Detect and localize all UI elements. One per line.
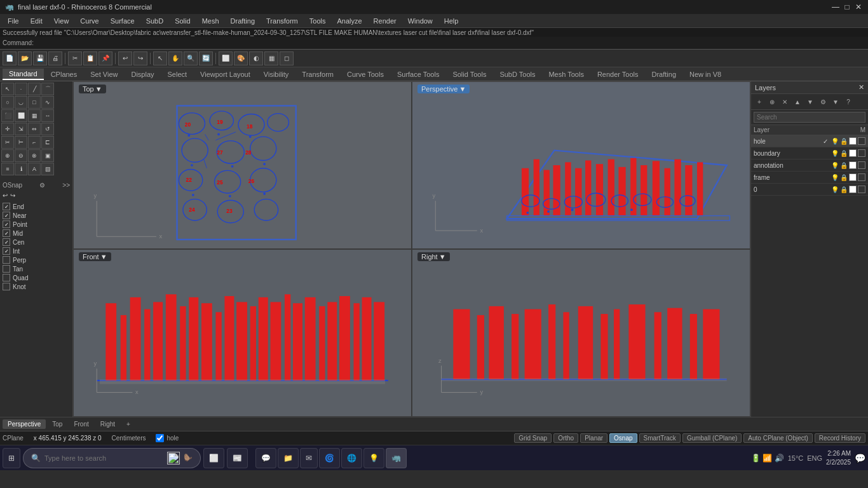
move-tool[interactable]: ✛ [1,123,14,135]
clock[interactable]: 2:26 AM 2/2/2025 [826,449,851,467]
pan-btn[interactable]: ✋ [168,51,182,65]
vscode-btn[interactable]: 💡 [363,448,384,468]
zoom-btn[interactable]: 🔍 [184,51,198,65]
osnap-quad-check[interactable] [3,274,10,281]
move-up-btn[interactable]: ▲ [792,96,803,107]
tab-cplanes[interactable]: CPlanes [44,69,84,79]
menu-item-surface[interactable]: Surface [105,16,140,26]
osnap-quad[interactable]: Quad [3,273,70,282]
menu-item-mesh[interactable]: Mesh [197,16,224,26]
menu-item-transform[interactable]: Transform [261,16,303,26]
status-btn-osnap[interactable]: Osnap [609,433,637,443]
osnap-tan-check[interactable] [3,265,10,273]
arc-tool[interactable]: ◡ [15,96,27,109]
layer-lock-hole[interactable]: 🔒 [840,138,848,145]
hatch-tool[interactable]: ▧ [41,163,54,175]
layer-help-btn[interactable]: ? [843,96,854,107]
paste-btn[interactable]: 📌 [98,51,112,65]
osnap-int-check[interactable]: ✓ [3,247,10,255]
menu-item-analyze[interactable]: Analyze [332,16,367,26]
status-btn-ortho[interactable]: Ortho [553,433,578,443]
select-btn[interactable]: ↖ [153,51,167,65]
polyline-tool[interactable]: ⌒ [41,83,54,95]
viewport-right-label[interactable]: Right ▼ [417,252,450,261]
chrome-btn[interactable]: 🌐 [341,448,362,468]
tab-viewport-layout[interactable]: Viewport Layout [194,69,257,79]
status-btn-planar[interactable]: Planar [580,433,607,443]
widgets-btn[interactable]: 📰 [227,448,248,468]
osnap-near-check[interactable]: ✓ [3,212,10,219]
status-btn-smarttrack[interactable]: SmartTrack [639,433,681,443]
layer-tool[interactable]: ≡ [1,163,14,175]
layer-color2-0[interactable] [858,186,865,193]
layer-lock-0[interactable]: 🔒 [840,186,848,193]
menu-item-file[interactable]: File [3,16,24,26]
layer-hole-checkbox[interactable] [156,434,164,442]
tab-render-tools[interactable]: Render Tools [591,69,645,79]
layer-row-0[interactable]: 0 💡 🔒 [751,184,868,196]
osnap-expand-icon[interactable]: >> [62,182,70,189]
split-tool[interactable]: ⊖ [15,149,27,162]
tab-display[interactable]: Display [125,69,160,79]
task-view-btn[interactable]: ⬜ [203,448,224,468]
layer-lock-boundary[interactable]: 🔒 [840,150,848,157]
layer-row-annotation[interactable]: annotation 💡 🔒 [751,159,868,172]
menu-item-drafting[interactable]: Drafting [226,16,261,26]
rotate-3d-tool[interactable]: ↺ [41,123,54,135]
layer-color-annotation[interactable] [849,161,857,169]
menu-item-solid[interactable]: Solid [170,16,195,26]
maximize-button[interactable]: □ [843,3,851,11]
open-btn[interactable]: 📂 [18,51,32,65]
osnap-perp-check[interactable] [3,256,10,264]
layer-color2-annotation[interactable] [858,161,865,169]
viewport-right[interactable]: Right ▼ y z [412,249,750,417]
redo-btn[interactable]: ↪ [133,51,147,65]
osnap-int[interactable]: ✓Int [3,247,70,255]
viewport-top-label[interactable]: Top ▼ [79,85,106,93]
osnap-point[interactable]: ✓Point [3,220,70,229]
viewport-top[interactable]: Top ▼ x y [73,81,412,249]
minimize-button[interactable]: — [831,3,840,11]
layer-row-hole[interactable]: hole ✓ 💡 🔒 [751,135,868,147]
edge-btn[interactable]: 🌀 [319,448,340,468]
osnap-knot-check[interactable] [3,283,10,290]
fillet-tool[interactable]: ⌐ [28,136,41,149]
trim-tool[interactable]: ✂ [1,136,14,149]
print-btn[interactable]: 🖨 [48,51,62,65]
bottom-tab-perspective[interactable]: Perspective [3,419,46,429]
status-btn-gumball-cplane[interactable]: Gumball (CPlane) [682,433,742,443]
explode-tool[interactable]: ⊗ [28,149,41,162]
viewport-perspective-label[interactable]: Perspective ▼ [417,85,470,93]
ghost-btn[interactable]: ◻ [280,51,294,65]
viewport-front-label[interactable]: Front ▼ [79,252,111,261]
layer-lock-frame[interactable]: 🔒 [840,174,848,181]
curve-tool[interactable]: ∿ [41,96,54,109]
start-button[interactable]: ⊞ [3,448,20,468]
select-tool[interactable]: ↖ [1,83,14,95]
wire-btn[interactable]: ▦ [264,51,278,65]
layers-close-icon[interactable]: ✕ [858,83,864,92]
cut-btn[interactable]: ✂ [68,51,82,65]
layer-bulb-hole[interactable]: 💡 [831,138,839,145]
layer-bulb-0[interactable]: 💡 [831,186,839,193]
layer-bulb-boundary[interactable]: 💡 [831,150,839,157]
move-down-btn[interactable]: ▼ [804,96,816,107]
undo-btn[interactable]: ↩ [118,51,132,65]
add-layer-btn[interactable]: + [754,96,765,107]
layer-check-hole[interactable]: ✓ [821,137,830,146]
solid-tool[interactable]: ⬜ [15,109,27,122]
extend-tool[interactable]: ⊢ [15,136,27,149]
scale-tool[interactable]: ⇲ [15,123,27,135]
osnap-point-check[interactable]: ✓ [3,220,10,228]
copy-btn[interactable]: 📋 [83,51,97,65]
status-btn-grid-snap[interactable]: Grid Snap [514,433,552,443]
layer-settings-btn[interactable]: ⚙ [817,96,829,107]
add-viewport-btn[interactable]: + [121,419,135,429]
join-tool[interactable]: ⊕ [1,149,14,162]
status-btn-record-history[interactable]: Record History [815,433,865,443]
chat-btn[interactable]: 💬 [255,448,276,468]
tab-curve-tools[interactable]: Curve Tools [341,69,390,79]
tab-transform[interactable]: Transform [295,69,340,79]
layer-check-frame[interactable] [821,173,830,182]
layer-color-hole[interactable] [849,137,857,145]
